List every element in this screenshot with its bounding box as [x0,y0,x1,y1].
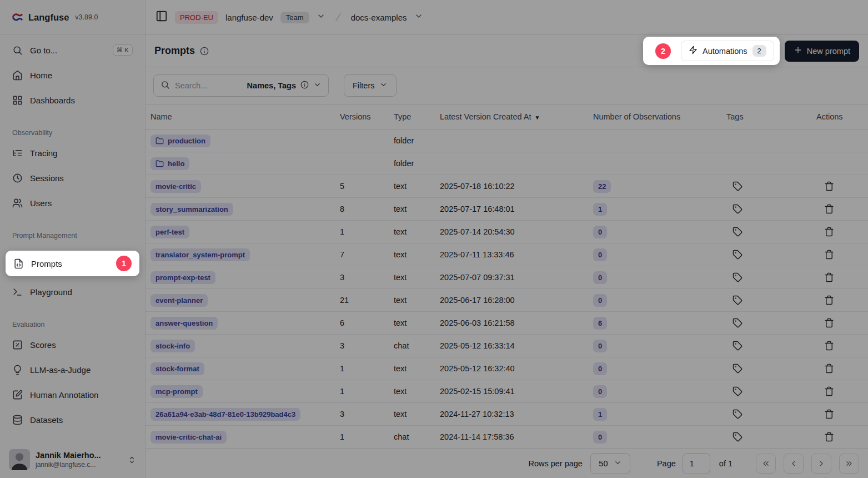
sidebar-item-prompts[interactable]: Prompts1 [6,251,139,276]
page-number-input[interactable] [683,453,710,474]
sidebar-item-llm-as-a-judge[interactable]: LLM-as-a-Judge [7,361,138,378]
table-row[interactable]: movie-critic-chat-ai1chat2024-11-14 17:5… [145,426,868,448]
sidebar-item-playground[interactable]: Playground [7,283,138,300]
prompt-name-badge[interactable]: translator_system-prompt [150,248,250,261]
tag-button[interactable] [730,270,745,285]
delete-button[interactable] [822,430,836,444]
sidebar-section-title-observability: Observability [12,129,138,137]
sidebar-toggle-button[interactable] [155,10,168,24]
new-prompt-button[interactable]: New prompt [785,41,859,62]
prompt-name: hello [168,160,184,168]
column-header-actions[interactable]: Actions [816,112,868,121]
sidebar-item-sessions[interactable]: Sessions [7,170,138,186]
sidebar-item-tracing[interactable]: Tracing [7,145,138,161]
org-switcher-button[interactable] [317,12,325,23]
prompt-name: perf-test [155,228,184,236]
tag-button[interactable] [730,179,745,193]
prompt-name-badge[interactable]: answer-question [150,317,218,330]
delete-button[interactable] [822,293,836,307]
tag-button[interactable] [730,361,745,376]
tag-button[interactable] [730,247,745,262]
delete-button[interactable] [822,361,836,376]
prompt-name-badge[interactable]: 26a61a94-e3ab-48d7-81e0-13b929bad4c3 [150,408,300,421]
delete-button[interactable] [822,316,836,330]
delete-button[interactable] [822,407,836,421]
rows-per-page-select[interactable]: 50 [590,453,630,474]
table-row[interactable]: story_summarization8text2025-07-17 16:48… [145,198,868,221]
cell-tags [726,407,816,421]
prompt-name-badge[interactable]: perf-test [150,226,189,238]
column-header-number-of-observations[interactable]: Number of Observations [593,112,726,121]
table-row[interactable]: translator_system-prompt7text2025-07-11 … [145,243,868,266]
table-row[interactable]: prompt-exp-test3text2025-07-07 09:37:310 [145,266,868,289]
delete-button[interactable] [822,384,836,399]
goto-search[interactable]: Go to... ⌘ K [7,42,138,58]
table-row[interactable]: movie-critic5text2025-07-18 16:10:2222 [145,175,868,198]
delete-button[interactable] [822,338,836,353]
column-header-type[interactable]: Type [394,112,440,121]
prompt-name-badge[interactable]: mcp-prompt [150,385,203,398]
sidebar-header: Langfuse v3.89.0 [0,0,145,35]
tag-button[interactable] [730,338,745,353]
table-row[interactable]: hellofolder [145,152,868,175]
automations-button[interactable]: Automations 2 [681,41,774,61]
search-input[interactable] [175,81,242,90]
filters-button[interactable]: Filters [344,74,397,97]
first-page-button[interactable] [756,454,776,474]
table-row[interactable]: event-planner21text2025-06-17 16:28:000 [145,289,868,312]
prompt-name-badge[interactable]: event-planner [150,294,208,307]
prompt-name-badge[interactable]: movie-critic [150,180,201,193]
prompt-name-badge[interactable]: stock-info [150,340,195,352]
tag-button[interactable] [730,293,745,307]
folder-badge[interactable]: production [150,135,210,147]
delete-button[interactable] [822,270,836,285]
observation-count-badge: 1 [593,203,607,216]
user-menu[interactable]: Jannik Maierho... jannik@langfuse.c... [0,442,145,478]
tag-button[interactable] [730,407,745,421]
sidebar-item-home[interactable]: Home [7,67,138,83]
delete-button[interactable] [822,247,836,262]
previous-page-button[interactable] [784,454,804,474]
tag-button[interactable] [730,316,745,330]
sidebar-item-dashboards[interactable]: Dashboards [7,92,138,108]
tag-button[interactable] [730,384,745,399]
column-header-name[interactable]: Name [145,112,340,121]
info-icon[interactable] [200,47,209,56]
prompt-name-badge[interactable]: story_summarization [150,203,233,216]
table-row[interactable]: mcp-prompt1text2025-02-15 15:09:410 [145,380,868,403]
delete-button[interactable] [822,202,836,216]
table-row[interactable]: productionfolder [145,130,868,152]
table-row[interactable]: perf-test1text2025-07-14 20:54:300 [145,221,868,243]
cell-type: text [394,387,440,396]
tag-button[interactable] [730,202,745,216]
table-row[interactable]: 26a61a94-e3ab-48d7-81e0-13b929bad4c33tex… [145,403,868,426]
project-name[interactable]: docs-examples [351,13,407,22]
org-name[interactable]: langfuse-dev [225,13,273,22]
sidebar-item-label: Users [30,198,52,208]
prompt-name-badge[interactable]: prompt-exp-test [150,271,215,284]
tag-icon [732,204,742,214]
sidebar-item-datasets[interactable]: Datasets [7,411,138,428]
last-page-button[interactable] [839,454,859,474]
tag-button[interactable] [730,430,745,444]
user-meta: Jannik Maierho... jannik@langfuse.c... [36,450,101,469]
delete-button[interactable] [822,179,836,193]
tag-button[interactable] [730,225,745,239]
table-row[interactable]: stock-info3chat2025-05-12 16:33:140 [145,335,868,357]
prompt-name-badge[interactable]: stock-format [150,362,204,375]
column-header-versions[interactable]: Versions [340,112,394,121]
prompt-name-badge[interactable]: movie-critic-chat-ai [150,431,227,444]
folder-badge[interactable]: hello [150,157,189,170]
next-page-button[interactable] [811,454,831,474]
column-header-tags[interactable]: Tags [726,112,816,121]
sidebar-item-users[interactable]: Users [7,195,138,211]
table-row[interactable]: stock-format1text2025-05-12 16:32:400 [145,357,868,380]
column-header-latest-version-created-at[interactable]: Latest Version Created At▼ [440,112,593,121]
delete-button[interactable] [822,225,836,239]
cell-name: stock-format [145,362,340,375]
search-scope-dropdown[interactable]: Names, Tags [247,81,322,91]
table-row[interactable]: answer-question6text2025-06-03 16:21:586 [145,312,868,335]
sidebar-item-human-annotation[interactable]: Human Annotation [7,386,138,403]
project-switcher-button[interactable] [414,12,423,23]
sidebar-item-scores[interactable]: Scores [7,336,138,353]
